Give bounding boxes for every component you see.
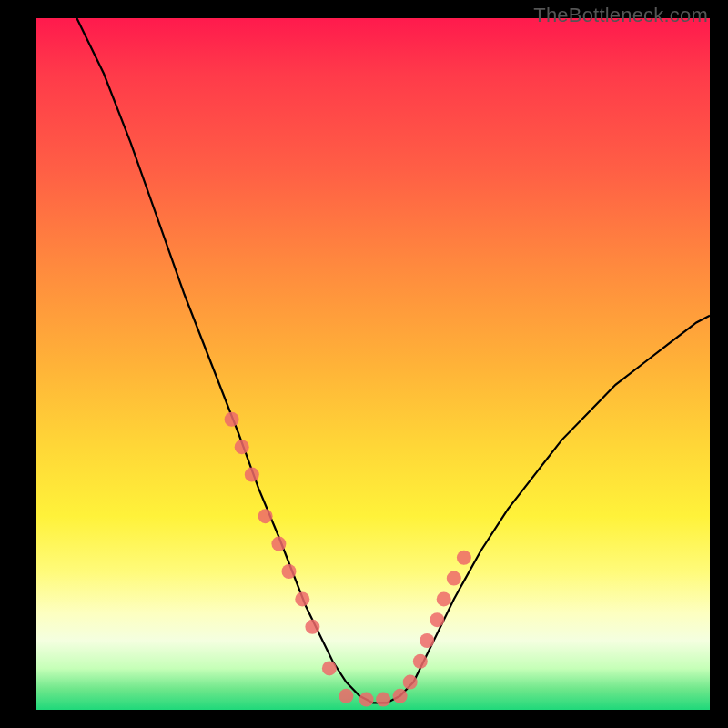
- marker-dot: [245, 468, 259, 482]
- marker-dot: [447, 571, 461, 586]
- marker-dot: [420, 633, 434, 648]
- marker-group: [225, 412, 471, 707]
- bottleneck-curve: [76, 18, 710, 703]
- marker-dot: [359, 693, 374, 707]
- marker-dot: [305, 620, 319, 634]
- marker-dot: [430, 612, 444, 627]
- marker-dot: [437, 592, 451, 606]
- marker-dot: [393, 689, 408, 703]
- marker-dot: [339, 689, 353, 703]
- marker-dot: [235, 440, 249, 454]
- marker-dot: [376, 693, 390, 707]
- marker-dot: [282, 564, 297, 579]
- marker-dot: [225, 412, 239, 427]
- marker-dot: [413, 654, 428, 669]
- marker-dot: [457, 551, 471, 565]
- marker-dot: [322, 661, 337, 675]
- marker-dot: [258, 509, 273, 523]
- marker-dot: [403, 675, 418, 690]
- marker-dot: [271, 537, 286, 551]
- chart-frame: TheBottleneck.com: [0, 0, 728, 728]
- chart-svg: [36, 18, 710, 710]
- plot-area: [36, 18, 710, 710]
- marker-dot: [295, 592, 309, 606]
